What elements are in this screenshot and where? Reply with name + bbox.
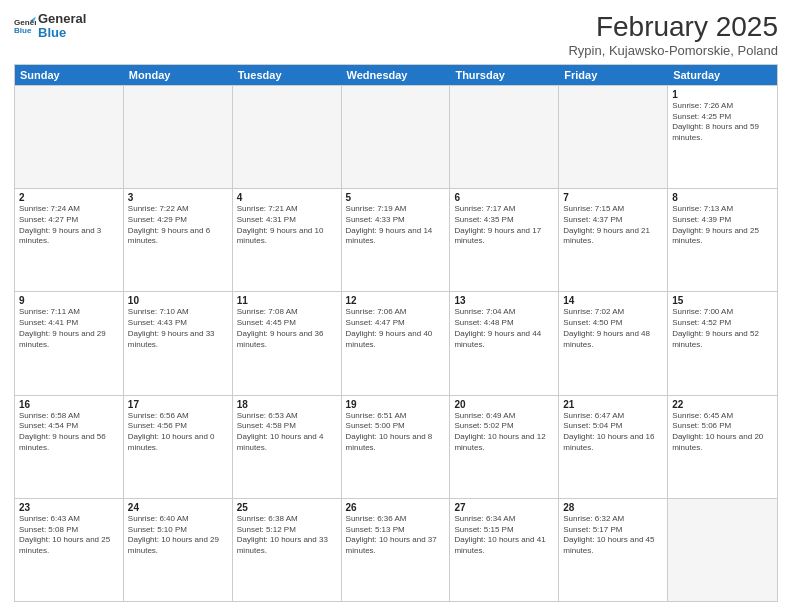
day-number: 24 [128, 502, 228, 513]
cal-cell [559, 86, 668, 188]
day-number: 15 [672, 295, 773, 306]
day-number: 5 [346, 192, 446, 203]
day-number: 14 [563, 295, 663, 306]
subtitle: Rypin, Kujawsko-Pomorskie, Poland [568, 43, 778, 58]
day-number: 3 [128, 192, 228, 203]
day-number: 20 [454, 399, 554, 410]
day-info: Sunrise: 6:36 AM Sunset: 5:13 PM Dayligh… [346, 514, 446, 557]
day-number: 23 [19, 502, 119, 513]
cal-header-sunday: Sunday [15, 65, 124, 85]
day-number: 19 [346, 399, 446, 410]
cal-cell: 10Sunrise: 7:10 AM Sunset: 4:43 PM Dayli… [124, 292, 233, 394]
calendar-body: 1Sunrise: 7:26 AM Sunset: 4:25 PM Daylig… [15, 85, 777, 601]
cal-cell: 14Sunrise: 7:02 AM Sunset: 4:50 PM Dayli… [559, 292, 668, 394]
cal-cell: 4Sunrise: 7:21 AM Sunset: 4:31 PM Daylig… [233, 189, 342, 291]
day-number: 27 [454, 502, 554, 513]
cal-header-thursday: Thursday [450, 65, 559, 85]
day-number: 18 [237, 399, 337, 410]
day-info: Sunrise: 6:32 AM Sunset: 5:17 PM Dayligh… [563, 514, 663, 557]
cal-cell: 6Sunrise: 7:17 AM Sunset: 4:35 PM Daylig… [450, 189, 559, 291]
main-title: February 2025 [568, 12, 778, 43]
day-info: Sunrise: 7:19 AM Sunset: 4:33 PM Dayligh… [346, 204, 446, 247]
day-number: 16 [19, 399, 119, 410]
day-number: 22 [672, 399, 773, 410]
day-number: 28 [563, 502, 663, 513]
cal-cell: 12Sunrise: 7:06 AM Sunset: 4:47 PM Dayli… [342, 292, 451, 394]
cal-cell: 18Sunrise: 6:53 AM Sunset: 4:58 PM Dayli… [233, 396, 342, 498]
day-number: 1 [672, 89, 773, 100]
day-info: Sunrise: 6:40 AM Sunset: 5:10 PM Dayligh… [128, 514, 228, 557]
day-info: Sunrise: 7:17 AM Sunset: 4:35 PM Dayligh… [454, 204, 554, 247]
day-info: Sunrise: 6:43 AM Sunset: 5:08 PM Dayligh… [19, 514, 119, 557]
cal-cell [15, 86, 124, 188]
day-info: Sunrise: 6:51 AM Sunset: 5:00 PM Dayligh… [346, 411, 446, 454]
cal-cell: 20Sunrise: 6:49 AM Sunset: 5:02 PM Dayli… [450, 396, 559, 498]
day-info: Sunrise: 7:11 AM Sunset: 4:41 PM Dayligh… [19, 307, 119, 350]
svg-text:Blue: Blue [14, 26, 32, 35]
day-info: Sunrise: 6:53 AM Sunset: 4:58 PM Dayligh… [237, 411, 337, 454]
cal-header-monday: Monday [124, 65, 233, 85]
day-number: 7 [563, 192, 663, 203]
cal-cell [450, 86, 559, 188]
cal-cell: 1Sunrise: 7:26 AM Sunset: 4:25 PM Daylig… [668, 86, 777, 188]
cal-cell: 19Sunrise: 6:51 AM Sunset: 5:00 PM Dayli… [342, 396, 451, 498]
cal-header-wednesday: Wednesday [342, 65, 451, 85]
cal-cell: 28Sunrise: 6:32 AM Sunset: 5:17 PM Dayli… [559, 499, 668, 601]
day-info: Sunrise: 7:06 AM Sunset: 4:47 PM Dayligh… [346, 307, 446, 350]
cal-cell [124, 86, 233, 188]
cal-cell: 23Sunrise: 6:43 AM Sunset: 5:08 PM Dayli… [15, 499, 124, 601]
cal-week-1: 2Sunrise: 7:24 AM Sunset: 4:27 PM Daylig… [15, 188, 777, 291]
cal-cell: 22Sunrise: 6:45 AM Sunset: 5:06 PM Dayli… [668, 396, 777, 498]
day-number: 2 [19, 192, 119, 203]
title-area: February 2025 Rypin, Kujawsko-Pomorskie,… [568, 12, 778, 58]
cal-week-4: 23Sunrise: 6:43 AM Sunset: 5:08 PM Dayli… [15, 498, 777, 601]
cal-cell: 3Sunrise: 7:22 AM Sunset: 4:29 PM Daylig… [124, 189, 233, 291]
day-number: 4 [237, 192, 337, 203]
cal-cell: 15Sunrise: 7:00 AM Sunset: 4:52 PM Dayli… [668, 292, 777, 394]
day-info: Sunrise: 7:08 AM Sunset: 4:45 PM Dayligh… [237, 307, 337, 350]
day-number: 25 [237, 502, 337, 513]
cal-week-3: 16Sunrise: 6:58 AM Sunset: 4:54 PM Dayli… [15, 395, 777, 498]
day-number: 9 [19, 295, 119, 306]
cal-cell: 2Sunrise: 7:24 AM Sunset: 4:27 PM Daylig… [15, 189, 124, 291]
cal-week-0: 1Sunrise: 7:26 AM Sunset: 4:25 PM Daylig… [15, 85, 777, 188]
cal-cell [668, 499, 777, 601]
day-number: 17 [128, 399, 228, 410]
cal-week-2: 9Sunrise: 7:11 AM Sunset: 4:41 PM Daylig… [15, 291, 777, 394]
cal-cell: 27Sunrise: 6:34 AM Sunset: 5:15 PM Dayli… [450, 499, 559, 601]
day-number: 11 [237, 295, 337, 306]
cal-cell: 11Sunrise: 7:08 AM Sunset: 4:45 PM Dayli… [233, 292, 342, 394]
day-number: 10 [128, 295, 228, 306]
day-info: Sunrise: 6:49 AM Sunset: 5:02 PM Dayligh… [454, 411, 554, 454]
day-info: Sunrise: 6:56 AM Sunset: 4:56 PM Dayligh… [128, 411, 228, 454]
day-info: Sunrise: 6:34 AM Sunset: 5:15 PM Dayligh… [454, 514, 554, 557]
day-info: Sunrise: 6:58 AM Sunset: 4:54 PM Dayligh… [19, 411, 119, 454]
day-number: 6 [454, 192, 554, 203]
page: General Blue General Blue February 2025 … [0, 0, 792, 612]
day-info: Sunrise: 7:04 AM Sunset: 4:48 PM Dayligh… [454, 307, 554, 350]
cal-cell: 7Sunrise: 7:15 AM Sunset: 4:37 PM Daylig… [559, 189, 668, 291]
day-info: Sunrise: 7:10 AM Sunset: 4:43 PM Dayligh… [128, 307, 228, 350]
cal-cell: 16Sunrise: 6:58 AM Sunset: 4:54 PM Dayli… [15, 396, 124, 498]
cal-cell [233, 86, 342, 188]
day-info: Sunrise: 6:45 AM Sunset: 5:06 PM Dayligh… [672, 411, 773, 454]
day-number: 8 [672, 192, 773, 203]
calendar-header: SundayMondayTuesdayWednesdayThursdayFrid… [15, 65, 777, 85]
day-info: Sunrise: 7:00 AM Sunset: 4:52 PM Dayligh… [672, 307, 773, 350]
cal-header-friday: Friday [559, 65, 668, 85]
cal-cell: 13Sunrise: 7:04 AM Sunset: 4:48 PM Dayli… [450, 292, 559, 394]
calendar: SundayMondayTuesdayWednesdayThursdayFrid… [14, 64, 778, 602]
logo: General Blue General Blue [14, 12, 86, 41]
day-info: Sunrise: 7:15 AM Sunset: 4:37 PM Dayligh… [563, 204, 663, 247]
cal-cell: 17Sunrise: 6:56 AM Sunset: 4:56 PM Dayli… [124, 396, 233, 498]
day-info: Sunrise: 7:21 AM Sunset: 4:31 PM Dayligh… [237, 204, 337, 247]
day-info: Sunrise: 7:26 AM Sunset: 4:25 PM Dayligh… [672, 101, 773, 144]
cal-header-tuesday: Tuesday [233, 65, 342, 85]
header: General Blue General Blue February 2025 … [14, 12, 778, 58]
day-number: 13 [454, 295, 554, 306]
cal-cell: 24Sunrise: 6:40 AM Sunset: 5:10 PM Dayli… [124, 499, 233, 601]
day-info: Sunrise: 7:22 AM Sunset: 4:29 PM Dayligh… [128, 204, 228, 247]
logo-line1: General [38, 12, 86, 26]
logo-line2: Blue [38, 26, 86, 40]
day-number: 21 [563, 399, 663, 410]
